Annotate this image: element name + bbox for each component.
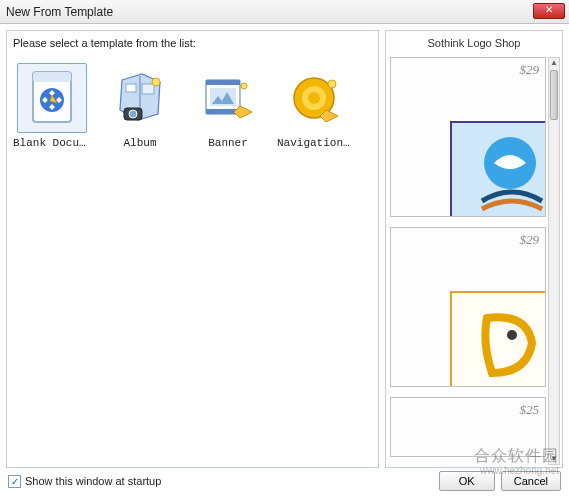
ok-button[interactable]: OK [439,471,495,491]
template-banner[interactable]: Banner [189,63,267,149]
template-label: Blank Document [13,137,91,149]
template-album[interactable]: Album [101,63,179,149]
template-label: Navigation Bu.. [277,137,355,149]
shop-thumbnail [450,291,545,386]
show-startup-label: Show this window at startup [25,475,161,487]
svg-rect-5 [142,84,154,94]
footer-bar: ✓ Show this window at startup OK Cancel [0,468,569,494]
content-area: Please select a template from the list: … [0,24,569,468]
shop-scrollbar[interactable]: ▲ ▼ [548,57,560,465]
shop-item[interactable]: $29 [390,57,546,217]
svg-point-14 [241,83,247,89]
shop-price: $29 [520,232,540,248]
close-icon: ✕ [545,4,553,15]
scroll-down-icon[interactable]: ▼ [549,454,559,464]
banner-icon [193,63,263,133]
title-bar: New From Template ✕ [0,0,569,24]
shop-item[interactable]: $25 [390,397,546,457]
scrollbar-thumb[interactable] [550,70,558,120]
shop-item[interactable]: $29 [390,227,546,387]
dialog-buttons: OK Cancel [439,471,561,491]
logo-shop-header: Sothink Logo Shop [386,31,562,55]
template-label: Album [101,137,179,149]
shop-thumbnail [450,121,545,216]
window-title: New From Template [6,5,113,19]
svg-point-17 [308,92,320,104]
svg-point-23 [507,330,517,340]
svg-point-18 [328,80,336,88]
svg-point-8 [152,78,160,86]
template-navigation-button[interactable]: Navigation Bu.. [277,63,355,149]
album-icon [105,63,175,133]
cancel-button[interactable]: Cancel [501,471,561,491]
nav-button-icon [281,63,351,133]
logo-shop-panel: Sothink Logo Shop $29 $29 [385,30,563,468]
instruction-text: Please select a template from the list: [13,37,372,49]
shop-price: $29 [520,62,540,78]
show-startup-checkbox[interactable]: ✓ [8,475,21,488]
svg-rect-10 [206,80,240,85]
shop-price: $25 [520,402,540,418]
template-blank-document[interactable]: Blank Document [13,63,91,149]
blank-doc-icon [17,63,87,133]
template-grid: Blank Document Album [13,57,372,149]
svg-point-7 [129,110,137,118]
scroll-up-icon[interactable]: ▲ [549,58,559,68]
svg-rect-1 [33,72,71,82]
close-button[interactable]: ✕ [533,3,565,19]
svg-rect-4 [126,84,136,92]
template-list-panel: Please select a template from the list: … [6,30,379,468]
template-label: Banner [189,137,267,149]
logo-shop-list: $29 $29 [386,55,562,467]
